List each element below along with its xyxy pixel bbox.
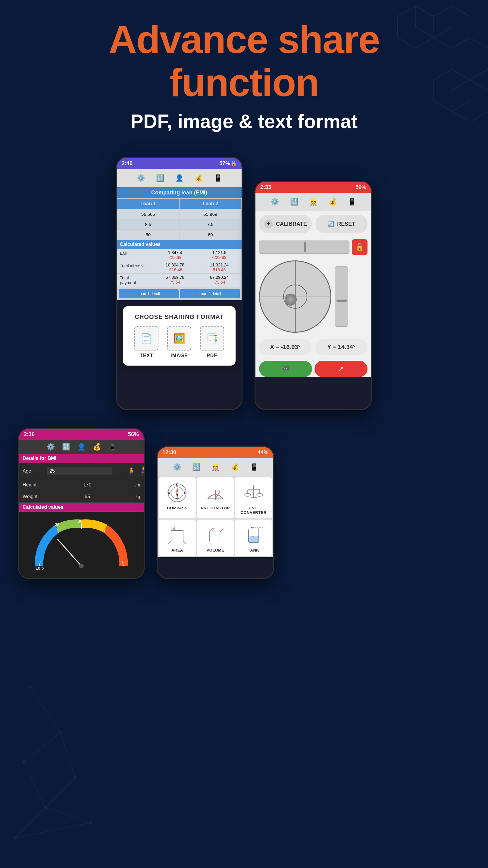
svg-line-18 [45,808,90,823]
person-silhouette: 🧍 [127,467,136,475]
share-action-button[interactable]: ↗ [315,361,367,377]
reset-icon: 🔄 [327,221,334,227]
emi-table: Loan 1 Loan 2 56,565 55,969 8.5 7.5 50 [117,198,241,240]
tank-label: TANK [248,548,259,553]
calc-row-emi: EMI 1,347.4 225.89 1,121.5 -225.89 [117,249,241,261]
person-icon-cal[interactable]: 👷 [307,196,319,208]
share-option-pdf[interactable]: 📑 PDF [200,327,224,358]
tank-icon: WATER TANK [241,524,266,546]
lock-button[interactable]: 🔓 [352,239,367,255]
phone-nav-calibrate: ⚙️ 🔢 👷 💰 📱 [255,193,371,211]
time-tools: 12:30 [162,450,176,456]
calc-icon-cal[interactable]: 🔢 [288,196,300,208]
pdf-label: PDF [207,353,217,358]
tool-protractor[interactable]: PROTRACTOR [197,477,234,518]
main-title: Advance share function [24,18,464,104]
loan2-detail-button[interactable]: Loan 2 detail [180,289,240,299]
svg-line-60 [183,541,186,544]
volume-icon: v: V³ [203,524,227,546]
calc-row-interest: Total interest 10,804.78 -516.46 11,321.… [117,261,241,274]
payment-label: Totalpayment [117,274,153,287]
tool-volume[interactable]: v: V³ VOLUME [197,520,234,556]
svg-rect-62 [209,532,220,541]
svg-text:30: 30 [78,519,83,524]
battery-calibrate: 56% [355,184,366,190]
calibrate-button[interactable]: + CALIBRATE [259,215,312,233]
svg-rect-56 [171,530,183,541]
calc-icon[interactable]: 🔢 [154,172,166,184]
tool-tank[interactable]: WATER TANK TANK [235,520,272,556]
share-option-text[interactable]: 📄 TEXT [134,327,158,358]
svg-line-20 [15,823,90,838]
reset-button[interactable]: 🔄 RESET [315,215,367,233]
phone-icon[interactable]: 📱 [212,172,224,184]
tool-unit-converter[interactable]: UNIT CONVERTER [235,477,272,518]
loan1-val3: 50 [117,230,180,240]
loan1-detail-button[interactable]: Loan 1 detail [119,289,178,299]
weight-label: Weight [23,494,47,499]
phone-icon-cal[interactable]: 📱 [346,196,358,208]
svg-line-15 [60,733,75,778]
bag-icon-bmi[interactable]: 💰 [93,443,101,451]
table-row: 50 60 [117,230,241,240]
unit-converter-label: UNIT CONVERTER [237,506,270,515]
battery-bmi: 56% [128,431,139,438]
interest-val2: 11,321.24 516.46 [197,261,241,273]
svg-text:25: 25 [55,522,60,527]
battery-tools: 44% [258,450,268,456]
gear-icon-bmi[interactable]: ⚙️ [47,443,55,451]
phone-calibrate: 2:33 56% ⚙️ 🔢 👷 💰 📱 + CALIBRATE 🔄 RESET [255,181,372,410]
bubble-level [259,260,367,333]
bag-icon-cal[interactable]: 💰 [327,196,338,208]
calc-row-payment: Totalpayment 67,369.78 79.54 67,290.24 -… [117,274,241,287]
bmi-nav: ⚙️ 🔢 👤 💰 📱 [19,440,144,454]
person-icon-tools[interactable]: 👷 [209,461,221,473]
age-input[interactable] [47,467,112,475]
weight-value: 65 [47,494,128,499]
phones-row-2: 2:36 56% ⚙️ 🔢 👤 💰 📱 Details for BMI Age … [0,422,488,597]
circle-level [259,260,331,333]
share-option-image[interactable]: 🖼️ IMAGE [167,327,191,358]
sub-title: PDF, image & text format [24,110,464,133]
person-icon[interactable]: 👤 [173,172,185,184]
svg-line-59 [168,541,171,544]
table-row: 8.5 7.5 [117,219,241,230]
tool-compass[interactable]: N S W E COMPASS [159,477,196,518]
bmi-calc-header: Calculated values [19,503,144,512]
phone-icon-tools[interactable]: 📱 [248,461,260,473]
time-emi: 2:40 [122,160,133,167]
phone-bmi: 2:36 56% ⚙️ 🔢 👤 💰 📱 Details for BMI Age … [18,428,144,579]
svg-line-17 [45,778,75,808]
protractor-icon [203,482,227,503]
vert-indicator [336,300,347,302]
bmi-height-row: Height 170 cm [19,479,144,491]
person-icon-bmi[interactable]: 👤 [77,443,86,451]
calibrate-screen: + CALIBRATE 🔄 RESET 🔓 [255,211,371,377]
bmi-weight-row: Weight 65 kg [19,491,144,503]
text-icon: 📄 [134,327,158,350]
svg-line-19 [15,808,45,838]
tools-nav: ⚙️ 🔢 👷 💰 📱 [158,458,273,476]
circle-inner [283,284,307,309]
level-indicator-h [304,242,306,252]
calc-icon-bmi[interactable]: 🔢 [62,443,70,451]
svg-line-13 [30,687,60,733]
svg-text:A²: A² [172,527,175,530]
bag-icon-tools[interactable]: 💰 [229,461,241,473]
plus-icon: + [264,219,273,228]
status-bar-emi: 2:40 57%🔒 [117,158,241,169]
calc-icon-tools[interactable]: 🔢 [190,461,202,473]
loan2-val1: 55,969 [179,209,241,219]
phone-icon-bmi[interactable]: 📱 [108,443,116,451]
svg-line-43 [212,491,212,492]
game-button[interactable]: 🎮 [259,361,312,377]
calc-values-header: Calculated values [117,240,241,249]
svg-point-30 [79,564,84,568]
tool-area[interactable]: a: A² AREA [159,520,196,556]
share-options: 📄 TEXT 🖼️ IMAGE 📑 PDF [130,327,228,358]
gear-icon-tools[interactable]: ⚙️ [171,461,183,473]
emi-val1: 1,347.4 225.89 [153,249,197,261]
bag-icon[interactable]: 💰 [193,172,204,184]
gear-icon[interactable]: ⚙️ [135,172,147,184]
gear-icon-cal[interactable]: ⚙️ [269,196,281,208]
